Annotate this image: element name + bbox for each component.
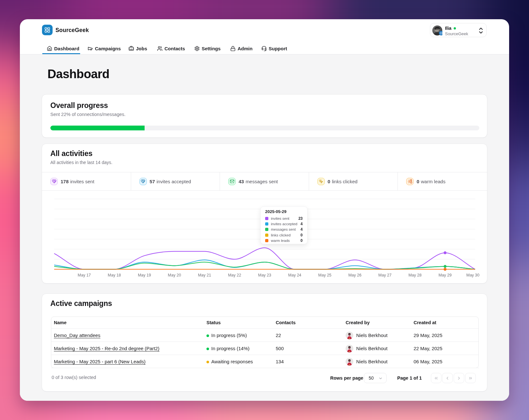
svg-text:May 22: May 22 [228,273,241,277]
svg-text:May 18: May 18 [108,273,121,277]
svg-text:May 30: May 30 [466,273,480,277]
svg-text:May 26: May 26 [348,273,361,277]
svg-text:May 19: May 19 [138,273,151,277]
svg-text:May 17: May 17 [78,273,91,277]
svg-text:May 27: May 27 [378,273,391,277]
svg-text:May 29: May 29 [439,273,452,277]
svg-text:May 20: May 20 [168,273,181,277]
svg-text:May 24: May 24 [288,273,301,277]
svg-text:May 28: May 28 [408,273,422,277]
svg-text:May 21: May 21 [198,273,211,277]
svg-text:May 23: May 23 [258,273,271,277]
svg-text:May 25: May 25 [318,273,332,277]
